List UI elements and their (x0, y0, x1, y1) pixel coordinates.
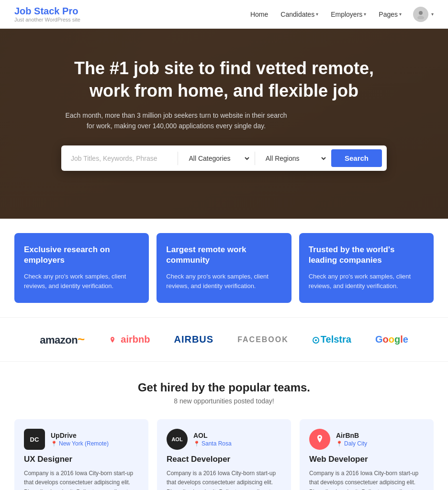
job-desc-1: Company is a 2016 Iowa City-born start-u… (167, 469, 281, 490)
svg-point-1 (417, 16, 424, 19)
company-row-1: AOL AOL 📍 Santa Rosa (167, 429, 281, 450)
nav-employers[interactable]: Employers ▾ (326, 8, 371, 21)
divider (178, 152, 178, 165)
chevron-down-icon: ▾ (399, 11, 402, 17)
partner-logos: amazon~ airbnb AIRBUS FACEBOOK Telstra G… (0, 317, 448, 362)
feature-title-1: Largest remote work community (166, 245, 281, 266)
search-button[interactable]: Search (331, 149, 382, 167)
telstra-logo: Telstra (313, 334, 351, 345)
company-name-0: UpDrive (51, 432, 109, 439)
jobs-grid: DC UpDrive 📍 New York (Remote) UX Design… (14, 419, 434, 490)
chevron-down-icon: ▾ (316, 11, 318, 17)
amazon-arrow: ~ (78, 332, 85, 346)
hero-description: Each month, more than 3 million job seek… (61, 110, 291, 132)
nav-pages[interactable]: Pages ▾ (374, 8, 406, 21)
feature-title-0: Exclusive research on employers (24, 245, 139, 266)
feature-card-0: Exclusive research on employers Check an… (14, 233, 149, 303)
company-location-2: 📍 Daly City (336, 440, 367, 447)
job-card-0: DC UpDrive 📍 New York (Remote) UX Design… (14, 419, 148, 490)
svg-point-0 (419, 11, 423, 15)
hero-content: The #1 job site to find vetted remote, w… (61, 57, 387, 171)
company-info-1: AOL 📍 Santa Rosa (193, 432, 232, 447)
company-logo-0: DC (24, 429, 45, 450)
job-title-1: React Developer (167, 455, 281, 464)
logo-title[interactable]: Job Stack Pro (14, 6, 80, 17)
job-desc-2: Company is a 2016 Iowa City-born start-u… (309, 469, 424, 490)
job-card-2: AirBnB 📍 Daly City Web Developer Company… (300, 419, 434, 490)
jobs-section: Get hired by the popular teams. 8 new op… (0, 362, 448, 490)
jobs-header: Get hired by the popular teams. 8 new op… (14, 381, 434, 405)
company-logo-1: AOL (167, 429, 188, 450)
logo-sub: Just another WordPress site (14, 17, 80, 22)
airbnb-logo: airbnb (109, 334, 150, 345)
hero-section: The #1 job site to find vetted remote, w… (0, 29, 448, 219)
search-bar: All Categories Design Development Market… (61, 145, 387, 171)
jobs-section-subtitle: 8 new opportunities posted today! (14, 397, 434, 405)
avatar-chevron-icon[interactable]: ▾ (431, 11, 434, 17)
features-section: Exclusive research on employers Check an… (0, 219, 448, 317)
nav-home[interactable]: Home (246, 8, 273, 21)
nav-candidates[interactable]: Candidates ▾ (276, 8, 323, 21)
company-name-2: AirBnB (336, 432, 367, 439)
jobs-section-title: Get hired by the popular teams. (14, 381, 434, 394)
company-row-0: DC UpDrive 📍 New York (Remote) (24, 429, 139, 450)
logo-area: Job Stack Pro Just another WordPress sit… (14, 6, 80, 22)
feature-desc-1: Check any pro's work samples, client rev… (166, 272, 281, 292)
feature-desc-2: Check any pro's work samples, client rev… (309, 272, 424, 292)
feature-card-2: Trusted by the world's leading companies… (299, 233, 434, 303)
airbus-logo: AIRBUS (174, 334, 213, 345)
feature-desc-0: Check any pro's work samples, client rev… (24, 272, 139, 292)
divider (255, 152, 255, 165)
company-name-1: AOL (193, 432, 232, 439)
main-nav: Home Candidates ▾ Employers ▾ Pages ▾ ▾ (246, 7, 434, 22)
company-row-2: AirBnB 📍 Daly City (309, 429, 424, 450)
company-location-0: 📍 New York (Remote) (51, 440, 109, 447)
location-icon: 📍 (336, 441, 343, 447)
company-location-1: 📍 Santa Rosa (193, 440, 232, 447)
job-desc-0: Company is a 2016 Iowa City-born start-u… (24, 469, 139, 490)
hero-title: The #1 job site to find vetted remote, w… (61, 57, 387, 102)
categories-select[interactable]: All Categories Design Development Market… (182, 151, 250, 166)
amazon-logo: amazon~ (40, 332, 85, 347)
header: Job Stack Pro Just another WordPress sit… (0, 0, 448, 29)
svg-point-3 (315, 339, 317, 341)
user-avatar-button[interactable] (413, 7, 428, 22)
company-info-0: UpDrive 📍 New York (Remote) (51, 432, 109, 447)
facebook-logo: FACEBOOK (237, 335, 289, 344)
feature-title-2: Trusted by the world's leading companies (309, 245, 424, 266)
regions-select[interactable]: All Regions Remote New York San Francisc… (259, 151, 327, 166)
feature-card-1: Largest remote work community Check any … (157, 233, 291, 303)
job-title-2: Web Developer (309, 455, 424, 464)
company-logo-2 (309, 429, 330, 450)
chevron-down-icon: ▾ (364, 11, 366, 17)
job-card-1: AOL AOL 📍 Santa Rosa React Developer Com… (157, 419, 291, 490)
location-icon: 📍 (51, 441, 57, 447)
job-title-0: UX Designer (24, 455, 139, 464)
location-icon: 📍 (193, 441, 200, 447)
company-info-2: AirBnB 📍 Daly City (336, 432, 367, 447)
keywords-input[interactable] (66, 152, 174, 165)
google-logo: Google (375, 334, 408, 345)
